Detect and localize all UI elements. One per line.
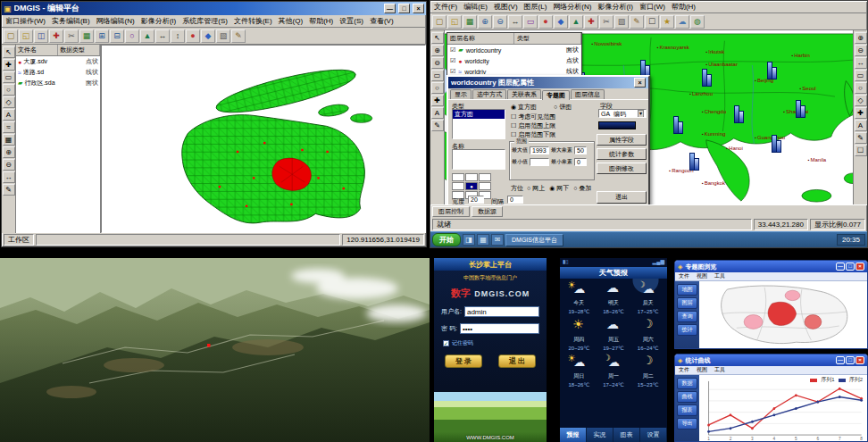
menu-item[interactable]: 视图 (697, 272, 707, 280)
forecast-cell[interactable]: 周一 17~24℃ (597, 355, 631, 388)
toolbar-icon[interactable]: ◍ (690, 15, 705, 29)
menu-item[interactable]: 文件 (679, 366, 689, 374)
bottom-tab[interactable]: 数据源 (472, 206, 503, 217)
maximize-button[interactable]: □ (398, 4, 410, 13)
tool-icon[interactable]: ⊖ (3, 159, 15, 171)
tool-icon[interactable]: ✚ (855, 107, 867, 119)
minimize-button[interactable]: — (836, 356, 845, 364)
layer-visibility-checkbox[interactable]: ☑ (450, 57, 455, 64)
menu-item[interactable]: 窗口(W) (639, 2, 665, 12)
menu-item[interactable]: 工具 (714, 366, 725, 374)
toolbar-icon[interactable]: ✂ (64, 29, 79, 43)
toolbar-icon[interactable]: ✂ (599, 15, 613, 29)
attribute-field-button[interactable]: 属性字段 (597, 134, 647, 146)
tool-icon[interactable]: ⊕ (3, 146, 15, 158)
tool-icon[interactable]: ○ (3, 84, 15, 96)
tool-icon[interactable]: ✚ (3, 59, 15, 71)
field-combobox[interactable]: GA_编码 (598, 109, 647, 118)
menu-item[interactable]: 影像分析(I) (597, 2, 633, 12)
toolbar-icon[interactable]: ◱ (19, 29, 33, 43)
layer-row[interactable]: ☑ ● worldcity 点状 (447, 55, 581, 66)
position-radio[interactable]: 叠加 (573, 184, 591, 193)
toolbar-icon[interactable]: ▦ (79, 29, 94, 43)
minimize-button[interactable]: — (384, 4, 396, 13)
forecast-cell[interactable]: 周五 19~27℃ (597, 319, 631, 351)
tool-icon[interactable]: ○ (431, 82, 444, 94)
menu-item[interactable]: 影像分析(I) (141, 16, 177, 26)
sidebar-button[interactable]: 统计 (677, 324, 697, 336)
toolbar-icon[interactable]: ✎ (630, 15, 644, 29)
tool-icon[interactable]: ◇ (3, 96, 15, 108)
minimize-button[interactable]: — (836, 263, 845, 271)
toolbar-icon[interactable]: ⊕ (478, 15, 492, 29)
toolbar-icon[interactable]: ⊖ (493, 15, 507, 29)
nav-tab[interactable]: 图表 (613, 428, 640, 442)
sidebar-button[interactable]: 曲线 (677, 391, 697, 403)
password-input[interactable] (460, 323, 539, 334)
tool-icon[interactable]: ▭ (855, 70, 867, 81)
name-listbox[interactable] (452, 149, 505, 170)
sidebar-button[interactable]: 图层 (677, 297, 697, 309)
color-swatch[interactable] (598, 121, 636, 129)
tool-icon[interactable]: ⊕ (855, 32, 867, 44)
toolbar-icon[interactable]: ⊞ (95, 29, 109, 43)
toolbar-icon[interactable]: ↔ (155, 29, 170, 43)
forecast-cell[interactable]: 周六 16~24℃ (630, 319, 665, 351)
menu-item[interactable]: 帮助(H) (309, 16, 333, 26)
menu-item[interactable]: 视图 (697, 366, 707, 374)
type-listbox[interactable]: 直方图 (452, 109, 505, 139)
menu-item[interactable]: 实务编辑(B) (52, 16, 90, 26)
title-bar[interactable]: ◈ 统计曲线 — □ × (675, 354, 867, 366)
toolbar-icon[interactable]: ▭ (523, 15, 538, 29)
tool-icon[interactable]: ⊖ (431, 57, 444, 69)
close-button[interactable]: × (855, 263, 864, 271)
tool-icon[interactable]: ▭ (3, 71, 15, 83)
toolbar-icon[interactable]: ✚ (49, 29, 63, 43)
exit-button[interactable]: 退 出 (498, 354, 536, 368)
toolbar-icon[interactable]: ▦ (463, 15, 477, 29)
toolbar-icon[interactable]: ▲ (569, 15, 583, 29)
dialog-tab[interactable]: 关联表系 (507, 89, 541, 99)
forecast-cell[interactable]: 明天 18~26℃ (597, 282, 631, 314)
dialog-tab[interactable]: 显示 (450, 89, 472, 99)
bottom-tab[interactable]: 图层控制 (432, 206, 470, 217)
tool-icon[interactable]: ✚ (431, 95, 444, 106)
title-bar[interactable]: ▣ DMGIS - 编辑平台 — □ × (2, 2, 426, 15)
toolbar-icon[interactable]: ● (538, 15, 553, 29)
histogram-radio[interactable]: 直方图 (511, 103, 537, 112)
maximize-button[interactable]: □ (846, 263, 855, 271)
range-value2-field[interactable]: 0 (574, 158, 587, 166)
tool-icon[interactable]: ☐ (855, 145, 867, 156)
close-button[interactable]: × (413, 4, 424, 13)
position-radio[interactable]: 网下 (549, 184, 569, 193)
menu-item[interactable]: 窗口操作(W) (5, 16, 46, 26)
menu-item[interactable]: 视图(V) (494, 2, 518, 12)
toolbar-icon[interactable]: ⊟ (110, 29, 124, 43)
tool-icon[interactable]: ↖ (3, 46, 15, 58)
pie-radio[interactable]: 饼图 (554, 103, 572, 112)
toolbar-icon[interactable]: ◱ (447, 15, 462, 29)
tool-icon[interactable]: ○ (855, 82, 867, 94)
tool-icon[interactable]: ✎ (3, 184, 15, 196)
position-radio[interactable]: 网上 (527, 184, 545, 193)
tool-icon[interactable]: A (431, 107, 444, 119)
dialog-tab[interactable]: 专题图 (542, 90, 570, 100)
menu-item[interactable]: 编辑(E) (463, 2, 488, 12)
dialog-title-bar[interactable]: worldcountry 图层配属性 × (448, 77, 648, 88)
toolbar-icon[interactable]: ● (186, 29, 200, 43)
nav-tab[interactable]: 预报 (560, 428, 587, 442)
file-row[interactable]: ▰ 行政区.sda 面状 (16, 78, 100, 88)
layer-visibility-checkbox[interactable]: ☑ (450, 46, 455, 54)
remember-checkbox[interactable]: ✓ (443, 340, 449, 346)
tool-icon[interactable]: ≈ (3, 121, 15, 133)
column-header-layertype[interactable]: 类型 (514, 33, 581, 44)
menu-item[interactable]: 设置(S) (339, 16, 363, 26)
gap-field[interactable]: 0 (507, 196, 523, 204)
menu-item[interactable]: 帮助(H) (672, 2, 696, 12)
forecast-cell[interactable]: 今天 19~28℃ (562, 282, 597, 314)
tool-icon[interactable]: ▦ (3, 134, 15, 146)
dialog-tab[interactable]: 图层信息 (571, 89, 605, 99)
layer-visibility-checkbox[interactable]: ☑ (450, 68, 455, 75)
sidebar-button[interactable]: 导出 (677, 418, 697, 429)
file-row[interactable]: ● 大厦.sdv 点状 (16, 56, 100, 67)
